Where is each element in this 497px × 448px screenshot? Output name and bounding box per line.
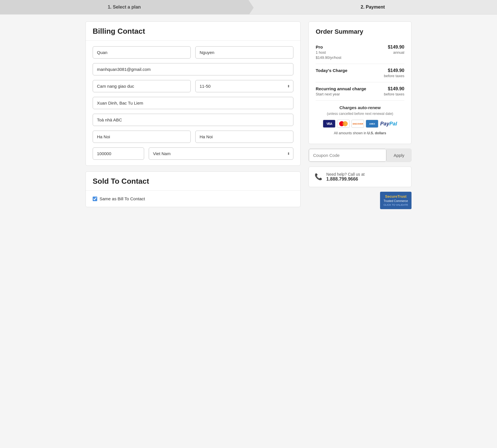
email-row: [93, 63, 293, 75]
company-size-select[interactable]: 1-10 11-50 51-200 201-500 500+: [195, 80, 293, 92]
todays-charge-line: Today's Charge $149.90 before taxes: [316, 64, 404, 82]
company-size-wrapper: 1-10 11-50 51-200 201-500 500+: [195, 80, 293, 92]
address1-field: [93, 97, 293, 109]
secure-trust-line3: CLICK TO VALIDATE: [383, 203, 408, 207]
address1-input[interactable]: [93, 97, 293, 109]
plan-line: Pro 1 host $149.90/yr/host $149.90 annua…: [316, 41, 404, 64]
plan-info: Pro 1 host $149.90/yr/host: [316, 45, 341, 60]
email-field: [93, 63, 293, 75]
billing-contact-header: Billing Contact: [86, 22, 300, 41]
last-name-field: [195, 46, 293, 59]
left-column: Billing Contact: [86, 21, 301, 213]
help-phone: 1.888.799.9666: [326, 177, 365, 182]
plan-billing: annual: [388, 50, 404, 55]
first-name-input[interactable]: [93, 46, 191, 59]
step-select-plan[interactable]: 1. Select a plan: [0, 0, 249, 14]
help-text: Need help? Call us at 1.888.799.9666: [326, 172, 365, 182]
coupon-input[interactable]: [309, 149, 386, 162]
zip-input[interactable]: [93, 147, 144, 160]
order-summary-title: Order Summary: [316, 28, 404, 35]
todays-charge-amount: $149.90: [384, 68, 404, 73]
recurring-info: Recurring annual charge Start next year: [316, 86, 366, 96]
mastercard-icon: [337, 120, 350, 128]
same-as-bill-row: Same as Bill To Contact: [93, 195, 293, 202]
sold-to-contact-card: Sold To Contact Same as Bill To Contact: [86, 171, 301, 207]
step-2-label: 2. Payment: [361, 5, 385, 10]
name-row: [93, 46, 293, 59]
company-row: 1-10 11-50 51-200 201-500 500+: [93, 80, 293, 92]
auto-renew-title: Charges auto-renew: [316, 105, 404, 110]
billing-contact-card: Billing Contact: [86, 21, 301, 166]
secure-trust-line2: Trusted Commerce: [383, 199, 408, 203]
zip-country-row: Viet Nam United States United Kingdom Au…: [93, 147, 293, 160]
billing-contact-body: 1-10 11-50 51-200 201-500 500+: [86, 41, 300, 165]
country-select[interactable]: Viet Nam United States United Kingdom Au…: [149, 147, 293, 160]
recurring-sub: before taxes: [384, 92, 404, 96]
visa-icon: VISA: [323, 120, 335, 128]
recurring-amount-block: $149.90 before taxes: [384, 86, 404, 96]
zip-field: [93, 147, 144, 160]
payment-icons: VISA DISCOVER AMEX PayPal: [316, 120, 404, 128]
email-input[interactable]: [93, 63, 293, 75]
amounts-note: All amounts shown in U.S. dollars: [316, 131, 404, 135]
plan-hosts: 1 host: [316, 50, 341, 55]
step-arrow: [249, 0, 254, 15]
country-wrapper: Viet Nam United States United Kingdom Au…: [149, 147, 293, 160]
billing-contact-title: Billing Contact: [93, 27, 293, 36]
auto-renew-section: Charges auto-renew (unless cancelled bef…: [316, 100, 404, 137]
right-column: Order Summary Pro 1 host $149.90/yr/host…: [309, 21, 411, 209]
same-as-bill-label: Same as Bill To Contact: [100, 196, 145, 201]
state-field: [195, 131, 293, 143]
todays-charge-sub: before taxes: [384, 74, 404, 78]
coupon-card: Apply: [309, 149, 411, 162]
recurring-label: Recurring annual charge: [316, 86, 366, 91]
recurring-start: Start next year: [316, 92, 366, 96]
todays-charge-label: Today's Charge: [316, 68, 347, 73]
same-as-bill-checkbox[interactable]: [93, 197, 97, 201]
discover-icon: DISCOVER: [351, 120, 364, 128]
plan-name: Pro: [316, 45, 341, 49]
amex-icon: AMEX: [366, 120, 378, 128]
sold-to-header: Sold To Contact: [86, 172, 300, 191]
secure-trust-section: SecureTrust Trusted Commerce CLICK TO VA…: [309, 192, 411, 209]
step-1-label: 1. Select a plan: [108, 5, 141, 10]
auto-renew-sub: (unless cancelled before next renewal da…: [316, 112, 404, 116]
help-need: Need help? Call us at: [326, 172, 365, 177]
order-summary-card: Order Summary Pro 1 host $149.90/yr/host…: [309, 21, 411, 144]
city-field: [93, 131, 191, 143]
step-payment: 2. Payment: [249, 0, 497, 14]
todays-charge-info: Today's Charge: [316, 68, 347, 73]
address2-field: [93, 114, 293, 126]
sold-to-body: Same as Bill To Contact: [86, 191, 300, 207]
address2-row: [93, 114, 293, 126]
company-input[interactable]: [93, 80, 191, 92]
recurring-line: Recurring annual charge Start next year …: [316, 82, 404, 100]
first-name-field: [93, 46, 191, 59]
state-input[interactable]: [195, 131, 293, 143]
apply-coupon-button[interactable]: Apply: [386, 149, 411, 162]
main-container: Billing Contact: [80, 21, 417, 224]
secure-trust-line1: SecureTrust: [383, 194, 408, 199]
address1-row: [93, 97, 293, 109]
currency-note: U.S. dollars: [367, 131, 386, 135]
plan-rate: $149.90/yr/host: [316, 55, 341, 60]
city-state-row: [93, 131, 293, 143]
company-field: [93, 80, 191, 92]
phone-icon: 📞: [315, 173, 322, 181]
secure-trust-badge[interactable]: SecureTrust Trusted Commerce CLICK TO VA…: [380, 192, 411, 209]
recurring-amount: $149.90: [384, 86, 404, 91]
sold-to-title: Sold To Contact: [93, 177, 293, 186]
plan-amount: $149.90: [388, 45, 404, 50]
last-name-input[interactable]: [195, 46, 293, 59]
city-input[interactable]: [93, 131, 191, 143]
todays-charge-amount-block: $149.90 before taxes: [384, 68, 404, 78]
steps-bar: 1. Select a plan 2. Payment: [0, 0, 497, 15]
help-card: 📞 Need help? Call us at 1.888.799.9666: [309, 167, 411, 187]
address2-input[interactable]: [93, 114, 293, 126]
plan-amount-block: $149.90 annual: [388, 45, 404, 55]
paypal-logo: PayPal: [380, 121, 397, 127]
